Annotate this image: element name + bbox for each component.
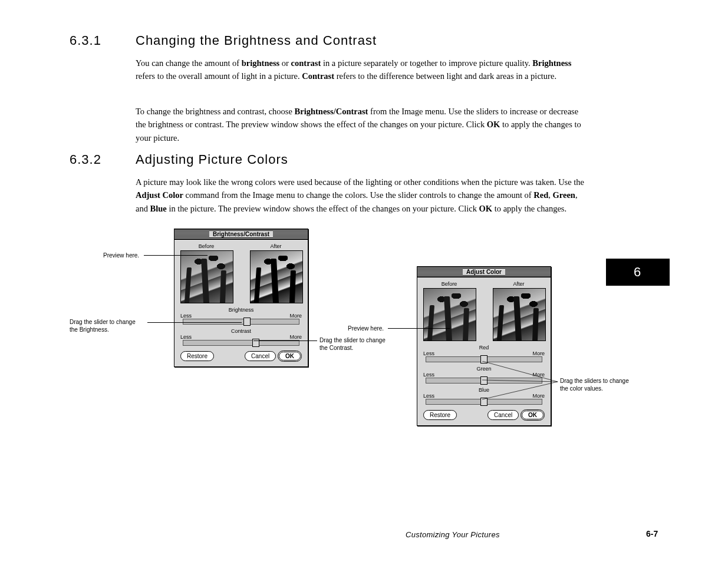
preview-before: Before bbox=[180, 243, 232, 303]
label-more: More bbox=[289, 313, 302, 319]
label-before: Before bbox=[180, 243, 232, 249]
thumbnail-before bbox=[423, 288, 476, 341]
label-after: After bbox=[493, 281, 545, 287]
text: refers to the difference between light a… bbox=[334, 71, 556, 81]
text: To change the brightness and contrast, c… bbox=[136, 107, 295, 116]
text-bold: Blue bbox=[150, 204, 167, 213]
label-less: Less bbox=[423, 372, 434, 378]
text-bold: Brightness/Contrast bbox=[295, 107, 368, 116]
section-number: 6.3.2 bbox=[70, 152, 101, 167]
label-before: Before bbox=[423, 281, 475, 287]
label-less: Less bbox=[423, 351, 434, 356]
dialog-titlebar[interactable]: Adjust Color bbox=[417, 267, 551, 277]
paragraph: A picture may look like the wrong colors… bbox=[136, 176, 589, 220]
cancel-button[interactable]: Cancel bbox=[245, 351, 276, 361]
text-bold: Red bbox=[533, 190, 548, 200]
preview-after: After bbox=[250, 243, 302, 303]
leader-line bbox=[144, 255, 207, 256]
restore-button[interactable]: Restore bbox=[423, 410, 457, 420]
callout-contrast-2: the Contrast. bbox=[319, 344, 353, 352]
restore-button[interactable]: Restore bbox=[180, 351, 214, 361]
label-more: More bbox=[532, 351, 545, 356]
label-less: Less bbox=[180, 313, 192, 319]
brightness-slider[interactable] bbox=[183, 319, 299, 325]
preview-before: Before bbox=[423, 281, 475, 341]
dialog-title: Adjust Color bbox=[463, 269, 505, 275]
thumbnail-after bbox=[493, 288, 546, 341]
ok-button[interactable]: OK bbox=[521, 409, 545, 421]
callout-preview: Preview here. bbox=[348, 325, 384, 332]
text: , bbox=[548, 190, 552, 200]
paragraph: To change the brightness and contrast, c… bbox=[136, 105, 589, 149]
text: in the picture. The preview window shows… bbox=[167, 204, 479, 213]
label-more: More bbox=[289, 334, 302, 340]
text-bold: Contrast bbox=[302, 71, 334, 81]
callout-sliders-1: Drag the sliders to change bbox=[560, 377, 629, 385]
thumbnail-after bbox=[250, 250, 303, 303]
text-bold: brightness bbox=[242, 58, 279, 68]
slider-label-contrast: Contrast bbox=[180, 328, 302, 334]
slider-thumb[interactable] bbox=[243, 318, 251, 326]
slider-label-brightness: Brightness bbox=[180, 307, 302, 313]
preview-after: After bbox=[493, 281, 545, 341]
text: command from the Image menu to change th… bbox=[183, 190, 533, 200]
svg-line-2 bbox=[482, 382, 558, 399]
svg-line-0 bbox=[482, 361, 558, 382]
text-bold: OK bbox=[479, 204, 493, 213]
text: to apply the changes. bbox=[492, 204, 566, 213]
slider-label-red: Red bbox=[423, 345, 545, 351]
label-less: Less bbox=[180, 334, 192, 340]
paragraph: You can change the amount of brightness … bbox=[136, 57, 589, 88]
callout-preview: Preview here. bbox=[103, 252, 139, 259]
page-number: 6-7 bbox=[646, 529, 658, 538]
cancel-button[interactable]: Cancel bbox=[487, 410, 519, 420]
leader-line bbox=[388, 328, 450, 329]
callout-brightness-1: Drag the slider to change bbox=[70, 318, 136, 326]
ok-button[interactable]: OK bbox=[278, 351, 302, 362]
leader-line bbox=[147, 322, 242, 323]
text-bold: contrast bbox=[291, 58, 321, 68]
text-bold: Brightness bbox=[532, 58, 571, 68]
section-title: Changing the Brightness and Contrast bbox=[136, 33, 377, 48]
text: or bbox=[279, 58, 291, 68]
text-bold: OK bbox=[487, 120, 500, 129]
text-bold: Green bbox=[553, 190, 575, 200]
thumbnail-before bbox=[180, 250, 233, 303]
document-page: 6.3.1 Changing the Brightness and Contra… bbox=[0, 0, 728, 562]
section-number: 6.3.1 bbox=[70, 33, 101, 48]
leader-line bbox=[253, 340, 317, 341]
text: refers to the overall amount of light in… bbox=[136, 71, 302, 81]
text-bold: Adjust Color bbox=[136, 190, 183, 200]
chapter-tab: 6 bbox=[606, 259, 670, 286]
dialog-titlebar[interactable]: Brightness/Contrast bbox=[174, 229, 308, 240]
running-footer-title: Customizing Your Pictures bbox=[406, 530, 500, 539]
brightness-contrast-dialog: Brightness/Contrast Before After Brightn… bbox=[174, 229, 308, 367]
text: in a picture separately or together to i… bbox=[321, 58, 532, 68]
text: A picture may look like the wrong colors… bbox=[136, 177, 584, 187]
callout-sliders-2: the color values. bbox=[560, 385, 603, 392]
text: You can change the amount of bbox=[136, 58, 242, 68]
section-title: Adjusting Picture Colors bbox=[136, 152, 288, 167]
callout-contrast-1: Drag the slider to change bbox=[319, 336, 386, 344]
label-after: After bbox=[250, 243, 302, 249]
label-less: Less bbox=[423, 393, 434, 399]
dialog-title: Brightness/Contrast bbox=[209, 231, 273, 237]
leader-lines-sliders bbox=[482, 361, 559, 402]
svg-line-1 bbox=[482, 380, 558, 382]
callout-brightness-2: the Brightness. bbox=[70, 326, 109, 333]
